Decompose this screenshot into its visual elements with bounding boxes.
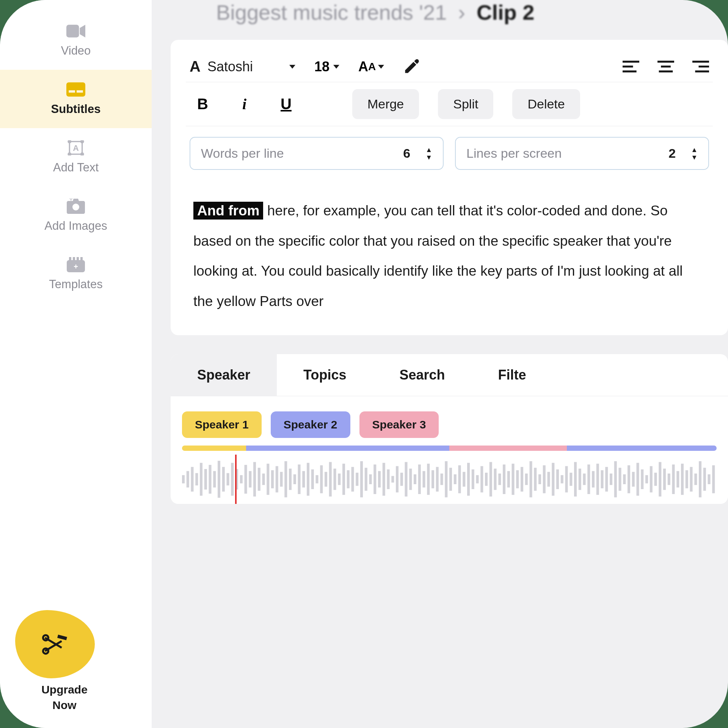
svg-rect-121 — [587, 464, 590, 494]
svg-rect-102 — [503, 464, 505, 494]
svg-rect-130 — [628, 465, 630, 493]
stepper-arrows[interactable]: ▲▼ — [691, 146, 698, 161]
svg-rect-61 — [320, 465, 323, 493]
svg-rect-144 — [690, 467, 693, 492]
svg-rect-84 — [423, 471, 425, 488]
svg-rect-92 — [458, 465, 461, 493]
breadcrumb-project[interactable]: Biggest music trends '21 — [216, 0, 447, 25]
nav-label: Video — [61, 44, 91, 58]
font-family-select[interactable]: A Satoshi — [190, 58, 295, 75]
font-a-icon: A — [190, 58, 201, 75]
svg-rect-80 — [405, 462, 408, 497]
app-window: Video Subtitles A Add Text + Add Images … — [0, 0, 728, 728]
svg-rect-75 — [383, 463, 385, 496]
svg-rect-43 — [240, 475, 243, 483]
svg-rect-97 — [480, 466, 483, 493]
upgrade-blob — [15, 610, 95, 678]
tab-filter[interactable]: Filte — [472, 354, 553, 396]
svg-rect-30 — [182, 475, 185, 483]
svg-rect-72 — [369, 474, 372, 484]
font-size-select[interactable]: 18 — [314, 59, 339, 75]
svg-rect-107 — [525, 474, 528, 485]
transcript-rest[interactable]: here, for example, you can tell that it'… — [193, 203, 682, 309]
svg-rect-68 — [351, 467, 354, 492]
svg-rect-122 — [592, 471, 595, 488]
tab-search[interactable]: Search — [373, 354, 471, 396]
svg-rect-31 — [187, 471, 189, 488]
tab-topics[interactable]: Topics — [277, 354, 373, 396]
svg-rect-67 — [347, 470, 350, 488]
tab-speaker[interactable]: Speaker — [171, 354, 277, 396]
svg-rect-63 — [329, 462, 332, 497]
svg-rect-148 — [708, 474, 711, 484]
svg-rect-100 — [494, 469, 497, 490]
svg-rect-136 — [654, 473, 657, 486]
svg-rect-146 — [699, 461, 701, 497]
tabs: Speaker Topics Search Filte — [171, 354, 728, 396]
nav-add-images[interactable]: + Add Images — [0, 187, 152, 245]
svg-rect-117 — [570, 473, 572, 486]
svg-rect-132 — [637, 463, 639, 496]
svg-rect-82 — [414, 474, 416, 484]
timeline-segment — [567, 446, 717, 451]
bold-button[interactable]: B — [190, 96, 216, 113]
stepper-arrows[interactable]: ▲▼ — [425, 146, 432, 161]
nav-label: Add Text — [53, 161, 99, 174]
svg-point-10 — [72, 204, 79, 210]
waveform-svg — [182, 455, 717, 504]
svg-rect-20 — [57, 634, 67, 640]
svg-rect-143 — [686, 470, 688, 488]
svg-rect-0 — [66, 25, 79, 37]
words-per-line-stepper[interactable]: Words per line 6 ▲▼ — [190, 137, 444, 170]
delete-button[interactable]: Delete — [512, 89, 580, 119]
svg-rect-1 — [66, 82, 85, 97]
svg-rect-147 — [703, 468, 706, 491]
svg-rect-98 — [485, 473, 488, 486]
italic-button[interactable]: i — [235, 95, 254, 113]
merge-button[interactable]: Merge — [352, 89, 419, 119]
color-picker-icon[interactable] — [403, 58, 420, 75]
speaker-2-chip[interactable]: Speaker 2 — [271, 411, 350, 438]
svg-rect-69 — [356, 473, 358, 486]
nav-label: Add Images — [44, 219, 107, 233]
upgrade-label: UpgradeNow — [15, 682, 114, 713]
speaker-timeline[interactable] — [182, 446, 717, 451]
split-button[interactable]: Split — [438, 89, 493, 119]
svg-rect-33 — [195, 473, 198, 486]
svg-rect-52 — [280, 472, 283, 487]
nav-templates[interactable]: + Templates — [0, 245, 152, 303]
waveform[interactable] — [182, 455, 717, 504]
svg-rect-115 — [561, 475, 563, 483]
nav-video[interactable]: Video — [0, 11, 152, 70]
transcript-text[interactable]: And from here, for example, you can tell… — [186, 180, 713, 316]
nav-add-text[interactable]: A Add Text — [0, 128, 152, 187]
svg-rect-62 — [325, 472, 327, 487]
speaker-1-chip[interactable]: Speaker 1 — [182, 411, 262, 438]
highlighted-words[interactable]: And from — [193, 202, 263, 220]
svg-rect-108 — [530, 461, 532, 497]
breadcrumb: Biggest music trends '21 › Clip 2 — [171, 0, 728, 40]
toolbar-row-1: A Satoshi 18 AA — [186, 51, 713, 82]
align-right-icon[interactable] — [692, 58, 709, 75]
images-icon: + — [66, 199, 85, 214]
lines-per-screen-stepper[interactable]: Lines per screen 2 ▲▼ — [455, 137, 709, 170]
svg-rect-94 — [467, 463, 470, 496]
svg-rect-116 — [565, 466, 568, 493]
nav-subtitles[interactable]: Subtitles — [0, 70, 152, 128]
svg-rect-95 — [472, 469, 474, 489]
svg-rect-138 — [663, 469, 666, 490]
speaker-3-chip[interactable]: Speaker 3 — [359, 411, 439, 438]
align-center-icon[interactable] — [657, 58, 674, 75]
svg-rect-127 — [614, 461, 617, 497]
svg-rect-55 — [293, 474, 296, 484]
align-left-icon[interactable] — [623, 58, 639, 75]
playhead[interactable] — [235, 455, 237, 504]
svg-rect-113 — [552, 463, 554, 496]
svg-rect-89 — [445, 461, 447, 497]
subtitles-icon — [66, 82, 85, 97]
underline-button[interactable]: U — [273, 96, 299, 113]
svg-rect-53 — [284, 461, 287, 497]
svg-rect-14 — [73, 257, 75, 261]
text-case-select[interactable]: AA — [358, 59, 384, 75]
upgrade-now[interactable]: UpgradeNow — [15, 610, 114, 713]
